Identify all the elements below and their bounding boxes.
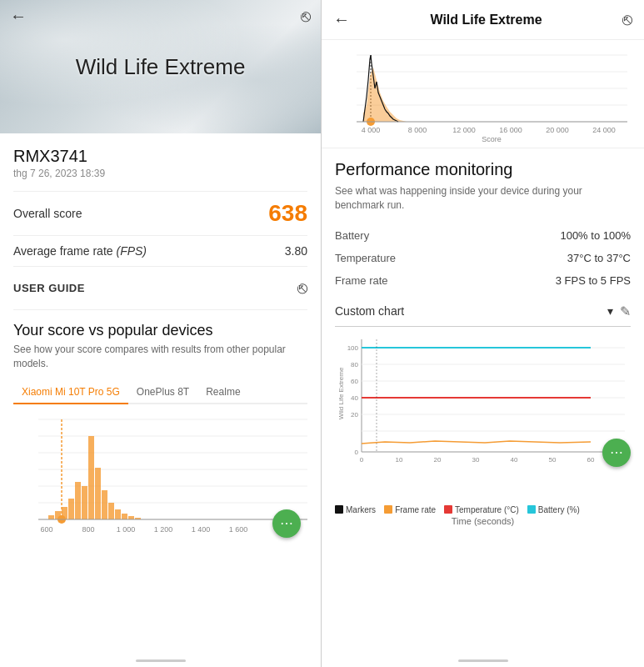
tab-xiaomi[interactable]: Xiaomi Mi 10T Pro 5G xyxy=(13,381,128,404)
svg-text:20 000: 20 000 xyxy=(546,126,569,134)
right-back-icon[interactable]: ← xyxy=(333,10,350,29)
svg-rect-11 xyxy=(68,499,74,519)
user-guide-label: USER GUIDE xyxy=(13,282,85,294)
svg-text:50: 50 xyxy=(549,456,557,464)
fps-label: Average frame rate (FPS) xyxy=(13,244,147,258)
perf-title: Performance monitoring xyxy=(335,160,631,179)
perf-battery-label: Battery xyxy=(335,229,369,242)
legend-framerate-dot xyxy=(384,505,392,514)
user-guide-row[interactable]: USER GUIDE ⎋ xyxy=(13,267,307,310)
right-header: ← Wild Life Extreme ⎋ xyxy=(322,0,644,40)
svg-rect-19 xyxy=(122,514,127,519)
legend-temperature-label: Temperature (°C) xyxy=(455,505,519,514)
device-name: RMX3741 xyxy=(13,147,307,166)
svg-text:20: 20 xyxy=(434,456,442,464)
svg-text:40: 40 xyxy=(351,394,358,402)
legend-battery: Battery (%) xyxy=(527,505,580,514)
right-share-icon[interactable]: ⎋ xyxy=(622,10,632,29)
svg-rect-20 xyxy=(128,516,134,519)
svg-text:20: 20 xyxy=(351,411,358,419)
left-nav-bar: ← ⎋ xyxy=(0,7,321,26)
fps-value: 3.80 xyxy=(285,244,307,258)
user-guide-share-icon[interactable]: ⎋ xyxy=(297,278,307,298)
svg-rect-13 xyxy=(82,486,87,519)
svg-text:1 400: 1 400 xyxy=(192,525,211,534)
svg-text:1 600: 1 600 xyxy=(229,525,248,534)
legend-temperature: Temperature (°C) xyxy=(444,505,519,514)
left-content: RMX3741 thg 7 26, 2023 18:39 Overall sco… xyxy=(0,133,321,654)
legend-framerate-label: Frame rate xyxy=(395,505,436,514)
chart-legend: Markers Frame rate Temperature (°C) Batt… xyxy=(335,505,631,514)
svg-text:60: 60 xyxy=(351,378,358,385)
perf-chart-area: 100 80 60 40 20 0 0 10 20 30 40 50 60 Wi… xyxy=(335,335,631,502)
svg-text:800: 800 xyxy=(82,525,94,534)
tab-realme[interactable]: Realme xyxy=(197,381,248,403)
edit-icon[interactable]: ✎ xyxy=(620,303,631,319)
right-panel: ← Wild Life Extreme ⎋ xyxy=(322,0,644,667)
svg-rect-12 xyxy=(75,482,81,519)
legend-battery-dot xyxy=(527,505,536,514)
svg-rect-16 xyxy=(102,490,107,519)
legend-markers-dot xyxy=(335,505,343,514)
legend-markers-label: Markers xyxy=(346,505,376,514)
svg-text:0: 0 xyxy=(360,456,364,464)
legend-framerate: Frame rate xyxy=(384,505,436,514)
legend-battery-label: Battery (%) xyxy=(538,505,580,514)
device-date: thg 7 26, 2023 18:39 xyxy=(13,168,307,179)
custom-chart-selector[interactable]: Custom chart ▾ ✎ xyxy=(335,303,631,327)
svg-rect-14 xyxy=(88,436,94,519)
left-section-title: Your score vs popular devices xyxy=(13,322,307,339)
perf-battery-row: Battery 100% to 100% xyxy=(335,224,631,247)
perf-battery-value: 100% to 100% xyxy=(560,229,631,242)
svg-text:80: 80 xyxy=(351,361,358,369)
tab-oneplus[interactable]: OnePlus 8T xyxy=(128,381,197,403)
left-back-icon[interactable]: ← xyxy=(10,7,27,26)
fps-row: Average frame rate (FPS) 3.80 xyxy=(13,235,307,267)
tabs-row: Xiaomi Mi 10T Pro 5G OnePlus 8T Realme xyxy=(13,381,307,404)
legend-markers: Markers xyxy=(335,505,376,514)
svg-text:1 200: 1 200 xyxy=(154,525,173,534)
custom-chart-label: Custom chart xyxy=(335,304,404,318)
svg-text:12 000: 12 000 xyxy=(452,126,476,134)
perf-temp-value: 37°C to 37°C xyxy=(567,252,631,264)
svg-text:Score: Score xyxy=(482,135,502,143)
overall-score-label: Overall score xyxy=(13,207,82,220)
hero-image: ← ⎋ Wild Life Extreme xyxy=(0,0,321,133)
chart-x-axis-label: Time (seconds) xyxy=(335,516,631,526)
perf-temp-row: Temperature 37°C to 37°C xyxy=(335,247,631,269)
perf-subtitle: See what was happening inside your devic… xyxy=(335,184,631,213)
svg-rect-8 xyxy=(48,515,54,519)
svg-text:100: 100 xyxy=(347,344,359,352)
svg-text:30: 30 xyxy=(472,456,480,464)
left-scroll-indicator xyxy=(136,659,186,662)
right-header-title: Wild Life Extreme xyxy=(430,13,542,28)
svg-text:4 000: 4 000 xyxy=(362,126,381,134)
svg-text:0: 0 xyxy=(355,449,359,456)
right-fab-button[interactable]: ⋯ xyxy=(602,439,631,467)
overall-score-value: 638 xyxy=(268,200,307,227)
svg-rect-17 xyxy=(108,503,114,519)
hero-title: Wild Life Extreme xyxy=(76,54,246,80)
perf-fps-label: Frame rate xyxy=(335,274,388,287)
svg-rect-15 xyxy=(95,468,101,519)
chart-dropdown[interactable]: Custom chart ▾ xyxy=(335,304,613,318)
perf-fps-value: 3 FPS to 5 FPS xyxy=(556,274,631,287)
svg-text:1 000: 1 000 xyxy=(117,525,136,534)
left-section-subtitle: See how your score compares with results… xyxy=(13,343,307,371)
left-panel: ← ⎋ Wild Life Extreme RMX3741 thg 7 26, … xyxy=(0,0,322,667)
svg-text:8 000: 8 000 xyxy=(408,126,427,134)
svg-text:600: 600 xyxy=(40,525,52,534)
overall-score-row: Overall score 638 xyxy=(13,191,307,235)
svg-text:24 000: 24 000 xyxy=(592,126,616,134)
perf-fps-row: Frame rate 3 FPS to 5 FPS xyxy=(335,269,631,292)
svg-text:16 000: 16 000 xyxy=(499,126,522,134)
svg-marker-36 xyxy=(363,68,627,122)
left-bar-chart: 600 800 1 000 1 200 1 400 1 600 ⋯ xyxy=(13,411,307,544)
left-fab-button[interactable]: ⋯ xyxy=(272,509,301,538)
distribution-chart: 4 000 8 000 12 000 16 000 20 000 24 000 … xyxy=(322,40,644,148)
perf-temp-label: Temperature xyxy=(335,252,396,264)
svg-text:60: 60 xyxy=(587,456,595,464)
left-share-icon[interactable]: ⎋ xyxy=(301,7,311,26)
svg-text:10: 10 xyxy=(396,456,403,464)
svg-text:Wild Life Extreme: Wild Life Extreme xyxy=(337,367,345,419)
